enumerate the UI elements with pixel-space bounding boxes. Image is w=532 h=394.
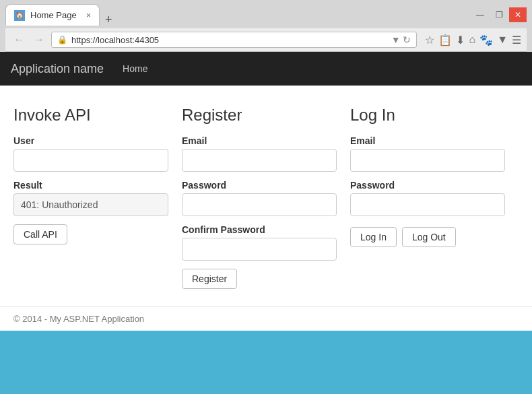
login-password-label: Password	[350, 180, 505, 191]
refresh-icon[interactable]: ↻	[403, 34, 411, 45]
register-button[interactable]: Register	[182, 269, 237, 289]
login-heading: Log In	[350, 106, 505, 125]
tab-title: Home Page	[30, 10, 77, 20]
login-button[interactable]: Log In	[350, 227, 397, 247]
address-actions: ▼ ↻	[391, 34, 411, 45]
address-bar: ← → 🔒 https://localhost:44305 ▼ ↻ ☆ 📋 ⬇ …	[5, 28, 527, 52]
footer-text: © 2014 - My ASP.NET Application	[13, 314, 144, 324]
register-email-input[interactable]	[182, 149, 337, 172]
register-password-input[interactable]	[182, 193, 337, 216]
call-api-button[interactable]: Call API	[13, 224, 67, 244]
forward-button[interactable]: →	[31, 32, 47, 47]
register-confirm-password-input[interactable]	[182, 238, 337, 261]
invoke-api-heading: Invoke API	[13, 106, 168, 125]
clipboard-icon[interactable]: 📋	[438, 34, 452, 46]
register-email-label: Email	[182, 135, 337, 146]
register-confirm-password-label: Confirm Password	[182, 224, 337, 235]
download-icon[interactable]: ⬇	[456, 34, 465, 46]
tab-favicon: 🏠	[14, 10, 25, 21]
logout-button[interactable]: Log Out	[402, 227, 456, 247]
minimize-button[interactable]: —	[471, 7, 489, 22]
user-input[interactable]	[13, 149, 168, 172]
nav-home-link[interactable]: Home	[117, 61, 153, 77]
close-button[interactable]: ✕	[509, 7, 527, 22]
tab-close-button[interactable]: ×	[86, 11, 91, 20]
new-tab-button[interactable]: +	[100, 13, 118, 26]
address-text: https://localhost:44305	[71, 35, 387, 45]
login-email-input[interactable]	[350, 149, 505, 172]
extensions-icon[interactable]: 🐾	[479, 34, 493, 46]
register-heading: Register	[182, 106, 337, 125]
more-icon[interactable]: ▼	[497, 34, 508, 46]
browser-body: Application name Home Invoke API User Re…	[0, 52, 532, 331]
login-email-label: Email	[350, 135, 505, 146]
menu-icon[interactable]: ☰	[512, 34, 521, 46]
toolbar-icons: ☆ 📋 ⬇ ⌂ 🐾 ▼ ☰	[425, 34, 521, 46]
invoke-api-column: Invoke API User Result 401: Unauthorized…	[13, 106, 182, 289]
home-icon[interactable]: ⌂	[469, 34, 475, 46]
content-columns: Invoke API User Result 401: Unauthorized…	[13, 99, 519, 296]
bookmark-icon[interactable]: ☆	[425, 34, 434, 46]
user-label: User	[13, 135, 168, 146]
register-password-label: Password	[182, 180, 337, 191]
app-name: Application name	[11, 62, 104, 76]
lock-icon: 🔒	[57, 35, 67, 44]
dropdown-icon[interactable]: ▼	[391, 34, 401, 45]
register-column: Register Email Password Confirm Password…	[182, 106, 350, 289]
restore-button[interactable]: ❐	[490, 7, 508, 22]
active-tab[interactable]: 🏠 Home Page ×	[5, 4, 100, 26]
result-label: Result	[13, 180, 168, 191]
login-password-input[interactable]	[350, 193, 505, 216]
result-box: 401: Unauthorized	[13, 193, 168, 216]
back-button[interactable]: ←	[11, 32, 27, 47]
login-column: Log In Email Password Log In Log Out	[350, 106, 519, 289]
address-input[interactable]: 🔒 https://localhost:44305 ▼ ↻	[51, 32, 417, 48]
footer: © 2014 - My ASP.NET Application	[0, 306, 532, 331]
window-controls: — ❐ ✕	[471, 7, 527, 22]
page-content: Invoke API User Result 401: Unauthorized…	[0, 86, 532, 306]
login-buttons: Log In Log Out	[350, 227, 505, 247]
app-navbar: Application name Home	[0, 52, 532, 86]
